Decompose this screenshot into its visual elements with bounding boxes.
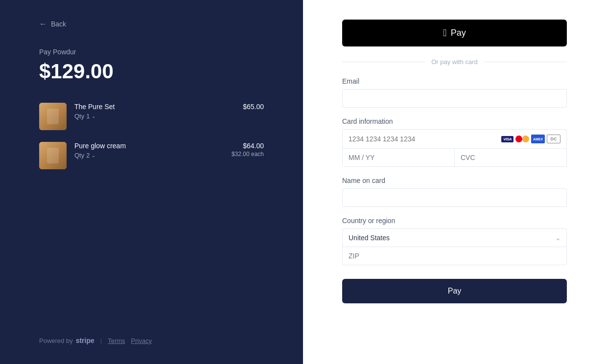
stripe-logo: stripe (76, 337, 94, 344)
card-expiry-input[interactable] (343, 149, 455, 166)
qty-label: Qty (74, 113, 84, 120)
pay-to-label: Pay Powdur (39, 48, 264, 56)
divider-row: Or pay with card (342, 58, 567, 66)
back-label: Back (51, 20, 66, 28)
zip-input[interactable] (342, 247, 567, 265)
order-items: The Pure Set Qty 1 ⌄ $65.00 Pure glow cr… (39, 103, 264, 169)
item-qty: Qty 2 ⌄ (74, 152, 224, 159)
card-number-row: VISA AMEX DC (343, 130, 566, 149)
visa-icon: VISA (501, 136, 513, 142)
country-label: Country or region (342, 217, 567, 225)
item-details: The Pure Set Qty 1 ⌄ (74, 103, 235, 120)
qty-value: 2 (86, 152, 90, 159)
qty-chevron-icon[interactable]: ⌄ (92, 153, 95, 158)
card-icons: VISA AMEX DC (501, 135, 560, 143)
total-amount: $129.00 (39, 60, 264, 83)
terms-link[interactable]: Terms (108, 337, 125, 344)
item-image (39, 142, 67, 169)
item-price-each: $32.00 each (232, 151, 264, 158)
item-price: $65.00 (243, 103, 264, 111)
email-input[interactable] (342, 89, 567, 108)
back-button[interactable]: ← Back (39, 20, 264, 28)
country-group: Country or region United States Canada U… (342, 217, 567, 265)
qty-chevron-icon[interactable]: ⌄ (92, 114, 95, 119)
name-label: Name on card (342, 177, 567, 184)
apple-pay-button[interactable]:  Pay (342, 20, 567, 46)
footer-powered: Powered by stripe (39, 337, 94, 344)
card-bottom-row (343, 149, 566, 166)
apple-pay-label: Pay (451, 28, 466, 38)
name-group: Name on card (342, 177, 567, 207)
item-price: $64.00 $32.00 each (232, 142, 264, 158)
amex-icon: AMEX (531, 135, 545, 143)
powered-by-text: Powered by (39, 337, 73, 344)
left-panel: ← Back Pay Powdur $129.00 The Pure Set Q… (0, 0, 303, 364)
qty-label: Qty (74, 152, 84, 159)
country-select-wrapper: United States Canada United Kingdom ⌄ (342, 228, 567, 247)
order-item: The Pure Set Qty 1 ⌄ $65.00 (39, 103, 264, 130)
diners-icon: DC (547, 135, 560, 143)
name-input[interactable] (342, 188, 567, 207)
item-price-main: $64.00 (232, 142, 264, 150)
item-image-placeholder (39, 103, 67, 130)
qty-value: 1 (86, 113, 90, 120)
privacy-link[interactable]: Privacy (131, 337, 152, 344)
item-name: Pure glow cream (74, 142, 224, 150)
card-cvc-input[interactable] (455, 149, 566, 166)
pay-button[interactable]: Pay (342, 279, 567, 303)
item-details: Pure glow cream Qty 2 ⌄ (74, 142, 224, 159)
right-panel:  Pay Or pay with card Email Card inform… (303, 0, 606, 364)
item-price-main: $65.00 (243, 103, 264, 111)
divider-line-right (484, 62, 567, 62)
card-info-container: VISA AMEX DC (342, 129, 567, 167)
footer-divider: | (100, 337, 102, 344)
apple-icon:  (443, 27, 446, 39)
footer: Powered by stripe | Terms Privacy (39, 337, 264, 344)
country-select[interactable]: United States Canada United Kingdom (342, 228, 567, 247)
divider-text: Or pay with card (431, 58, 478, 66)
email-label: Email (342, 77, 567, 85)
item-qty: Qty 1 ⌄ (74, 113, 235, 120)
mastercard-icon (515, 135, 529, 143)
order-item: Pure glow cream Qty 2 ⌄ $64.00 $32.00 ea… (39, 142, 264, 169)
card-info-group: Card information VISA AMEX DC (342, 117, 567, 167)
divider-line-left (342, 62, 425, 62)
item-name: The Pure Set (74, 103, 235, 111)
email-group: Email (342, 77, 567, 108)
card-number-input[interactable] (349, 135, 497, 143)
item-image-placeholder (39, 142, 67, 169)
back-arrow-icon: ← (39, 20, 47, 28)
item-image (39, 103, 67, 130)
card-info-label: Card information (342, 117, 567, 125)
